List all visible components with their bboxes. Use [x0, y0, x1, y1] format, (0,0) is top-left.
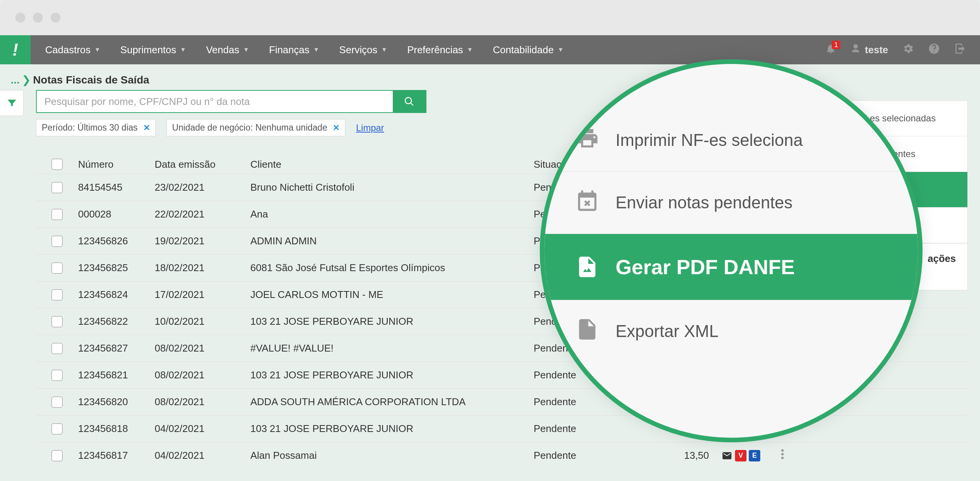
chevron-down-icon: ▼	[381, 35, 387, 64]
cell-data: 22/02/2021	[155, 208, 250, 220]
notification-badge: 1	[832, 41, 840, 49]
table-row[interactable]: 12345681704/02/2021Alan PossamaiPendente…	[36, 442, 968, 469]
row-checkbox[interactable]	[51, 289, 63, 301]
cell-cliente: JOEL CARLOS MOTTIN - ME	[250, 289, 534, 301]
nav-item-vendas[interactable]: Vendas▼	[198, 35, 258, 64]
select-all-checkbox[interactable]	[51, 159, 63, 170]
row-checkbox[interactable]	[51, 236, 63, 247]
row-menu-button[interactable]	[767, 449, 798, 462]
cell-situacao: Pendente	[534, 396, 614, 408]
row-checkbox[interactable]	[51, 343, 63, 354]
row-checkbox[interactable]	[51, 316, 63, 327]
col-cliente: Cliente	[250, 159, 534, 170]
cell-numero: 123456825	[78, 262, 155, 274]
browser-chrome	[0, 0, 980, 35]
cell-numero: 123456826	[78, 235, 155, 247]
cell-cliente: 103 21 JOSE PERBOYARE JUNIOR	[250, 316, 534, 327]
cell-data: 08/02/2021	[155, 396, 250, 408]
user-name: teste	[865, 44, 888, 56]
chevron-down-icon: ▼	[557, 35, 564, 64]
cell-numero: 123456820	[78, 396, 155, 408]
zoom-action-pdf-danfe[interactable]: Gerar PDF DANFE	[544, 234, 918, 300]
row-checkbox[interactable]	[51, 262, 63, 274]
row-checkbox[interactable]	[51, 450, 63, 461]
user-menu[interactable]: teste	[850, 43, 888, 57]
row-checkbox[interactable]	[51, 370, 63, 381]
nav-item-contabilidade[interactable]: Contabilidade▼	[484, 35, 572, 64]
cell-numero: 123456824	[78, 289, 155, 301]
filter-chip-periodo[interactable]: Período: Últimos 30 dias ✕	[36, 119, 156, 136]
cell-data: 19/02/2021	[155, 235, 250, 247]
nav-item-preferências[interactable]: Preferências▼	[399, 35, 482, 64]
zoom-action-print[interactable]: Imprimir NF-es seleciona	[544, 109, 918, 172]
svg-point-30	[781, 449, 784, 452]
cell-cliente: Alan Possamai	[250, 450, 534, 461]
zoom-action-send[interactable]: Enviar notas pendentes	[544, 172, 918, 234]
zoom-action-export-xml[interactable]: Exportar XML	[544, 300, 918, 362]
search-input[interactable]	[37, 91, 393, 112]
cell-situacao: Pendente	[534, 423, 614, 435]
cell-numero: 000028	[78, 208, 155, 220]
cell-data: 10/02/2021	[155, 316, 250, 327]
traffic-light-red[interactable]	[15, 13, 25, 23]
cell-cliente: Ana	[250, 208, 534, 220]
cell-numero: 123456818	[78, 423, 155, 435]
cell-numero: 123456827	[78, 342, 155, 354]
chevron-down-icon: ▼	[180, 35, 186, 64]
row-checkbox[interactable]	[51, 423, 63, 435]
top-navbar: ! Cadastros▼Suprimentos▼Vendas▼Finanças▼…	[0, 35, 980, 64]
clear-filters-link[interactable]: Limpar	[356, 123, 384, 133]
close-icon[interactable]: ✕	[143, 123, 150, 133]
notifications-button[interactable]: 1	[825, 43, 836, 57]
cell-data: 04/02/2021	[155, 450, 250, 461]
nav-item-suprimentos[interactable]: Suprimentos▼	[112, 35, 194, 64]
cell-data: 08/02/2021	[155, 342, 250, 354]
chevron-down-icon: ▼	[313, 35, 319, 64]
cell-cliente: 103 21 JOSE PERBOYARE JUNIOR	[250, 423, 534, 435]
cell-cliente: Bruno Nichetti Cristofoli	[250, 182, 534, 193]
svg-point-32	[781, 457, 784, 460]
row-checkbox[interactable]	[51, 182, 63, 193]
filter-toggle-button[interactable]	[0, 90, 24, 116]
cell-cliente: ADMIN ADMIN	[250, 235, 534, 247]
breadcrumb: ... ❯ Notas Fiscais de Saída	[0, 64, 980, 90]
settings-icon[interactable]	[902, 43, 914, 57]
cell-cliente: #VALUE! #VALUE!	[250, 342, 534, 354]
table-row[interactable]: 12345681804/02/2021103 21 JOSE PERBOYARE…	[36, 415, 968, 442]
cell-data: 18/02/2021	[155, 262, 250, 274]
traffic-light-green[interactable]	[51, 13, 60, 23]
row-checkbox[interactable]	[51, 396, 63, 408]
cell-cliente: 103 21 JOSE PERBOYARE JUNIOR	[250, 369, 534, 381]
cell-numero: 123456821	[78, 369, 155, 381]
cell-cliente: 6081 São José Futsal E Esportes Olímpico…	[250, 262, 534, 274]
logout-icon[interactable]	[954, 43, 966, 57]
close-icon[interactable]: ✕	[333, 123, 340, 133]
cell-cliente: ADDA SOUTH AMÉRICA CORPORATION LTDA	[250, 396, 534, 408]
traffic-light-yellow[interactable]	[33, 13, 43, 23]
cell-numero: 123456822	[78, 316, 155, 327]
logo-icon[interactable]: !	[0, 35, 31, 64]
breadcrumb-root[interactable]: ...	[11, 74, 20, 86]
cell-data: 17/02/2021	[155, 289, 250, 301]
filter-chip-unidade[interactable]: Unidade de negócio: Nenhuma unidade ✕	[167, 119, 345, 136]
chevron-down-icon: ▼	[243, 35, 249, 64]
envelope-icon	[721, 450, 733, 461]
search-button[interactable]	[393, 91, 426, 112]
zoom-overlay: Imprimir NF-es seleciona Enviar notas pe…	[540, 59, 923, 442]
chevron-down-icon: ▼	[95, 35, 101, 64]
nav-item-serviços[interactable]: Serviços▼	[331, 35, 396, 64]
nav-item-finanças[interactable]: Finanças▼	[261, 35, 328, 64]
chevron-right-icon: ❯	[22, 74, 31, 86]
badge-v: V	[735, 450, 746, 461]
svg-point-31	[781, 453, 784, 456]
help-icon[interactable]	[928, 43, 940, 57]
cell-situacao: Pendente	[534, 450, 614, 461]
cell-numero: 123456817	[78, 450, 155, 461]
cell-data: 04/02/2021	[155, 423, 250, 435]
chevron-down-icon: ▼	[467, 35, 473, 64]
cell-numero: 84154545	[78, 182, 155, 193]
row-checkbox[interactable]	[51, 209, 63, 220]
nav-item-cadastros[interactable]: Cadastros▼	[37, 35, 109, 64]
cell-options: VE	[721, 450, 767, 461]
page-title: Notas Fiscais de Saída	[33, 74, 149, 86]
